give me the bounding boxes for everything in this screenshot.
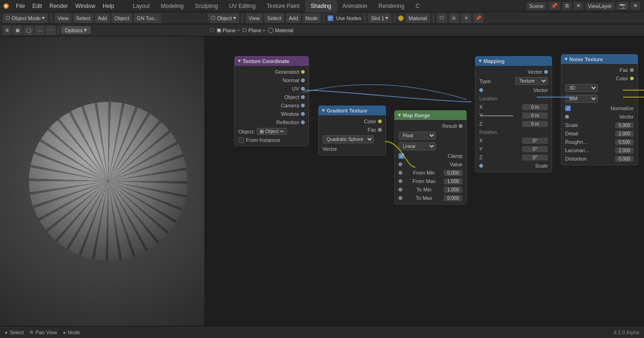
breadcrumb-plane1[interactable]: ▣ Plane: [217, 27, 236, 33]
node-node-btn[interactable]: Node: [303, 14, 321, 23]
tab-texture-paint[interactable]: Texture Paint: [261, 0, 305, 12]
noise-roughness-value[interactable]: 0.500: [615, 139, 634, 145]
select-more-icon[interactable]: ⋯: [46, 26, 56, 35]
select-lasso-icon[interactable]: ⌓: [35, 26, 45, 35]
noise-color-socket[interactable]: [630, 77, 634, 80]
tab-shading[interactable]: Shading: [305, 0, 337, 12]
map-range-header[interactable]: ▾ Map Range: [394, 110, 467, 120]
noise-fac-socket[interactable]: [630, 68, 634, 72]
copy-icon[interactable]: ⧉: [449, 14, 459, 23]
grad-type-select[interactable]: Quadratic Sphere: [322, 135, 374, 143]
select-box-icon[interactable]: ▣: [12, 26, 22, 35]
menu-edit[interactable]: Edit: [28, 0, 46, 12]
tc-window-socket[interactable]: [301, 112, 305, 116]
select-btn[interactable]: Select: [73, 14, 93, 23]
mr-interp-select[interactable]: Linear: [399, 142, 436, 150]
noise-distortion-value[interactable]: 0.000: [615, 156, 634, 162]
shield-icon[interactable]: 🛡: [437, 14, 447, 23]
view-btn[interactable]: View: [55, 14, 71, 23]
tc-generated-socket[interactable]: [301, 70, 305, 74]
select-circle-icon[interactable]: ◯: [23, 26, 34, 35]
gradient-header[interactable]: ▾ Gradient Texture: [318, 106, 386, 115]
noise-normalize-checkbox[interactable]: ✓: [565, 106, 571, 111]
tab-animation[interactable]: Animation: [337, 0, 373, 12]
mr-tomax-value[interactable]: 0.000: [444, 195, 462, 201]
menu-help[interactable]: Help: [99, 0, 118, 12]
blender-logo[interactable]: [0, 0, 12, 12]
material-label[interactable]: Material: [406, 14, 429, 23]
grad-fac-socket[interactable]: [378, 128, 382, 132]
map-xr-value[interactable]: 0°: [522, 138, 548, 144]
node-editor-type[interactable]: ⬡ Object ▾: [208, 14, 239, 23]
mr-type-select[interactable]: Float: [399, 132, 436, 140]
mr-frommin-value[interactable]: 0.000: [444, 170, 462, 176]
mr-frommax-socket[interactable]: [399, 179, 402, 183]
slot-selector[interactable]: Slot 1 ▾: [368, 14, 391, 23]
map-y-value[interactable]: 0 m: [522, 113, 548, 119]
grad-color-socket[interactable]: [378, 120, 382, 123]
gn-tool-btn[interactable]: GN Too...: [134, 14, 161, 23]
tc-reflection-socket[interactable]: [301, 120, 305, 124]
add-btn[interactable]: Add: [95, 14, 110, 23]
tc-uv-socket[interactable]: [301, 87, 305, 91]
tc-object-field[interactable]: Object ✏: [257, 128, 287, 135]
pin-icon-node[interactable]: 📌: [473, 14, 483, 23]
noise-header[interactable]: ▾ Noise Texture: [561, 54, 638, 64]
noise-detail-value[interactable]: 2.000: [615, 131, 634, 137]
mode-dropdown[interactable]: ⬡ Object Mode ▾: [3, 14, 48, 23]
scene-selector[interactable]: Scene: [526, 2, 546, 10]
noise-lacunarity-value[interactable]: 2.000: [615, 148, 634, 154]
duplicate-icon[interactable]: ⧉: [562, 2, 572, 10]
viewlayer-selector[interactable]: ViewLayer: [585, 2, 615, 10]
global-transform-icon[interactable]: ⊕: [3, 26, 11, 35]
map-zr-value[interactable]: 0°: [522, 155, 548, 161]
mr-clamp-checkbox[interactable]: ✓: [399, 153, 404, 159]
map-scale-in-socket[interactable]: [479, 164, 483, 168]
noise-scale-value[interactable]: 5.000: [615, 122, 634, 128]
mr-value-socket[interactable]: [399, 162, 402, 166]
map-type-select[interactable]: Texture: [515, 77, 548, 85]
noise-vector-socket[interactable]: [565, 115, 569, 119]
tab-modeling[interactable]: Modeling: [155, 0, 189, 12]
tc-normal-socket[interactable]: [301, 78, 305, 82]
tab-uv-editing[interactable]: UV Editing: [224, 0, 261, 12]
menu-render[interactable]: Render: [46, 0, 71, 12]
menu-file[interactable]: File: [12, 0, 28, 12]
mr-tomin-value[interactable]: 1.000: [444, 187, 462, 193]
noise-type-select[interactable]: fBM: [565, 95, 598, 103]
tab-compositing[interactable]: C: [410, 0, 425, 12]
use-nodes-checkbox[interactable]: ✓: [328, 15, 333, 21]
tab-layout[interactable]: Layout: [127, 0, 155, 12]
map-z-value[interactable]: 0 m: [522, 121, 548, 127]
tc-instancer-checkbox[interactable]: [238, 137, 244, 143]
breadcrumb-plane2[interactable]: ⬡ Plane: [242, 27, 261, 33]
map-yr-value[interactable]: 0°: [522, 146, 548, 152]
tab-sculpting[interactable]: Sculpting: [189, 0, 224, 12]
node-add-btn[interactable]: Add: [286, 14, 301, 23]
close-x-icon[interactable]: ✕: [461, 14, 471, 23]
options-button[interactable]: Options ▾: [61, 26, 91, 34]
mr-tomin-socket[interactable]: [399, 188, 402, 191]
mr-frommin-socket[interactable]: [399, 171, 402, 175]
tc-object-socket[interactable]: [301, 95, 305, 99]
render-icon[interactable]: 📷: [616, 2, 629, 10]
map-vector-out-socket[interactable]: [544, 70, 548, 74]
breadcrumb-material[interactable]: ◯ Material: [268, 27, 293, 33]
mr-tomax-socket[interactable]: [399, 196, 402, 200]
pin-icon[interactable]: 📌: [548, 2, 560, 10]
map-x-value[interactable]: 0 m: [522, 104, 548, 110]
object-btn[interactable]: Object: [112, 14, 132, 23]
close2-icon[interactable]: ✕: [630, 2, 640, 10]
menu-window[interactable]: Window: [71, 0, 99, 12]
node-select-btn[interactable]: Select: [264, 14, 284, 23]
texture-coordinate-header[interactable]: ▾ Texture Coordinate: [234, 56, 309, 66]
node-view-btn[interactable]: View: [246, 14, 263, 23]
tab-rendering[interactable]: Rendering: [373, 0, 410, 12]
tc-camera-socket[interactable]: [301, 104, 305, 107]
noise-dim-select[interactable]: 3D: [565, 84, 598, 92]
mr-result-socket[interactable]: [459, 124, 462, 128]
mr-frommax-value[interactable]: 1.000: [444, 178, 462, 184]
map-vector-in-socket[interactable]: [479, 88, 483, 92]
mapping-header[interactable]: ▾ Mapping: [475, 56, 552, 66]
close-icon[interactable]: ✕: [574, 2, 583, 10]
